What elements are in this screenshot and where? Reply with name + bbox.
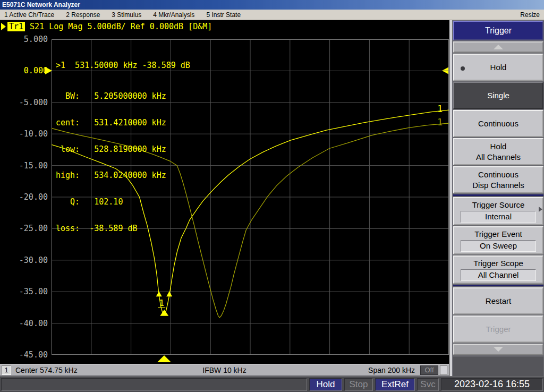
loss-value: loss: -38.589 dB — [56, 224, 190, 233]
resize-button[interactable]: Resize — [520, 11, 540, 19]
window-title: E5071C Network Analyzer — [2, 1, 80, 8]
ifbw-value: IFBW 10 kHz — [202, 366, 246, 374]
marker1-value: >1 531.50000 kHz -38.589 dB — [56, 61, 190, 70]
status-extref: ExtRef — [375, 378, 415, 391]
status-datetime: 2023-02-16 16:55 — [441, 378, 543, 391]
trace-name[interactable]: Tr1 — [7, 22, 25, 31]
bw-center-value: cent: 531.4210000 kHz — [56, 118, 190, 127]
y-tick--15: -15.00 — [0, 161, 48, 171]
softkey-trigger-scope[interactable]: Trigger Scope All Channel — [453, 255, 543, 284]
svg-text:1: 1 — [159, 298, 164, 308]
softkey-restart[interactable]: Restart — [453, 287, 543, 314]
menu-stimulus[interactable]: 3 Stimulus — [112, 11, 141, 19]
softkey-single[interactable]: Single — [453, 82, 543, 109]
softkey-hold[interactable]: Hold — [453, 54, 543, 81]
softkey-separator — [453, 285, 543, 286]
softkey-continuous[interactable]: Continuous — [453, 110, 543, 137]
bw-value: BW: 5.205000000 kHz — [56, 92, 190, 101]
svg-text:1: 1 — [437, 104, 443, 114]
trace-header: Tr1 S21 Log Mag 5.000dB/ Ref 0.000dB [D&… — [1, 22, 212, 31]
marker-readout: >1 531.50000 kHz -38.589 dB BW: 5.205000… — [56, 44, 190, 251]
softkey-panel: Trigger Hold Single Continuous Hold All … — [449, 20, 544, 376]
center-frequency: Center 574.75 kHz — [15, 366, 78, 374]
channel-number[interactable]: 1 — [2, 365, 11, 375]
y-tick--35: -35.00 — [0, 287, 48, 296]
scroll-down-icon — [494, 347, 503, 352]
channel-bar-end-box — [440, 365, 447, 375]
q-value: Q: 102.10 — [56, 198, 190, 207]
submenu-arrow-icon — [539, 207, 542, 212]
softkey-trigger-disabled: Trigger — [453, 316, 543, 343]
menu-mkr-analysis[interactable]: 4 Mkr/Analysis — [153, 11, 194, 19]
y-tick--40: -40.00 — [0, 319, 48, 328]
status-svc: Svc — [417, 378, 439, 391]
off-badge[interactable]: Off — [420, 365, 438, 375]
status-stop: Stop — [344, 378, 373, 391]
lcd-screen: Tr1 S21 Log Mag 5.000dB/ Ref 0.000dB [D&… — [0, 20, 449, 376]
bw-high-value: high: 534.0240000 kHz — [56, 171, 190, 180]
y-tick--45: -45.00 — [0, 350, 48, 360]
trigger-event-value: On Sweep — [461, 240, 537, 252]
channel-status-bar: 1 Center 574.75 kHz IFBW 10 kHz Span 200… — [0, 364, 449, 376]
status-message-panel — [1, 378, 307, 391]
y-tick--5: -5.000 — [0, 98, 48, 107]
y-tick--25: -25.00 — [0, 224, 48, 233]
instrument-status-bar: Hold Stop ExtRef Svc 2023-02-16 16:55 — [0, 376, 544, 392]
svg-text:1: 1 — [437, 117, 443, 127]
stimulus-marker-icon[interactable] — [157, 355, 171, 362]
softkey-trigger-event[interactable]: Trigger Event On Sweep — [453, 226, 543, 254]
status-hold: Hold — [309, 378, 342, 391]
menu-bar: 1 Active Ch/Trace 2 Response 3 Stimulus … — [0, 10, 544, 20]
span-value: Span 200 kHz — [368, 366, 415, 374]
trigger-source-value: Internal — [461, 211, 537, 223]
bw-low-value: low: 528.8190000 kHz — [56, 145, 190, 154]
y-tick--20: -20.00 — [0, 192, 48, 202]
title-bar: E5071C Network Analyzer — [0, 0, 544, 10]
trigger-scope-value: All Channel — [461, 269, 537, 281]
softkey-continuous-disp-channels[interactable]: Continuous Disp Channels — [453, 166, 543, 193]
selected-bullet-icon — [461, 66, 465, 71]
scroll-up-icon — [494, 45, 503, 49]
menu-active-ch-trace[interactable]: 1 Active Ch/Trace — [4, 11, 54, 19]
y-tick--10: -10.00 — [0, 129, 48, 139]
softkey-scroll-down-button[interactable] — [453, 344, 543, 355]
menu-instr-state[interactable]: 5 Instr State — [206, 11, 241, 19]
softkey-trigger-source[interactable]: Trigger Source Internal — [453, 197, 543, 225]
y-tick--30: -30.00 — [0, 255, 48, 265]
menu-response[interactable]: 2 Response — [66, 11, 100, 19]
softkey-scroll-up-button[interactable] — [453, 41, 543, 53]
active-trace-arrow-icon — [1, 23, 6, 30]
softkey-separator — [453, 194, 543, 196]
e5071c-window: E5071C Network Analyzer 1 Active Ch/Trac… — [0, 0, 544, 392]
y-tick-5: 5.000 — [0, 35, 48, 44]
trace-format: S21 Log Mag 5.000dB/ Ref 0.000dB [D&M] — [30, 22, 212, 31]
softkey-hold-all-channels[interactable]: Hold All Channels — [453, 138, 543, 165]
y-tick-0: 0.000 — [0, 66, 48, 75]
softkey-menu-title: Trigger — [453, 21, 543, 40]
softkey-filler — [453, 356, 543, 376]
